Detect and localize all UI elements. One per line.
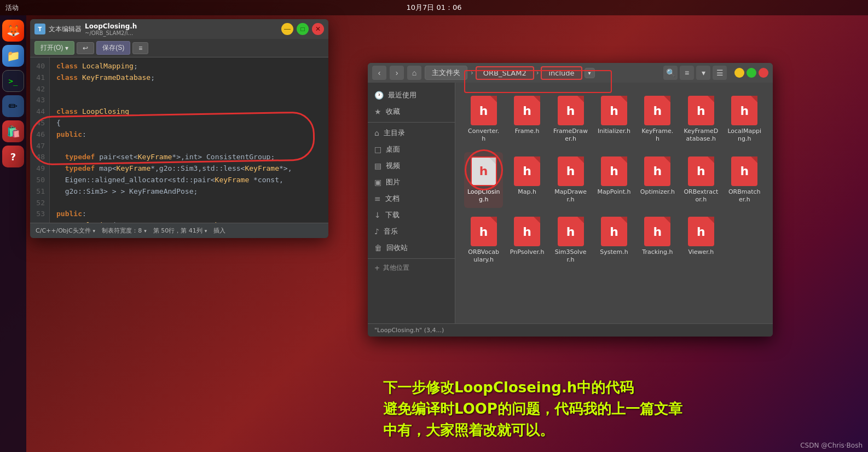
sidebar-music[interactable]: ♪ 音乐 [368, 223, 455, 240]
sidebar-recent[interactable]: 🕐 最近使用 [368, 87, 455, 103]
file-localmapping-h[interactable]: h LocalMapping.h [725, 91, 764, 148]
file-name: Viewer.h [688, 248, 714, 256]
home-label: 主目录 [384, 128, 405, 138]
dock-help[interactable]: ? [2, 146, 24, 167]
sidebar-videos[interactable]: ▤ 视频 [368, 158, 455, 174]
file-frame-h[interactable]: h Frame.h [507, 91, 546, 148]
file-mappoint-h[interactable]: h MapPoint.h [594, 152, 633, 208]
downloads-icon: ↓ [374, 211, 381, 219]
h-icon: h [731, 96, 757, 125]
position-indicator[interactable]: 第 50行，第 41列 ▾ [153, 227, 207, 235]
sidebar-pictures[interactable]: ▣ 图片 [368, 174, 455, 190]
open-button[interactable]: 打开(O) ▾ [34, 41, 74, 55]
file-name: MapDrawer.h [553, 188, 588, 204]
fm-forward-button[interactable]: › [390, 66, 404, 80]
dock-firefox[interactable]: 🦊 [2, 20, 24, 42]
dock-software[interactable]: 🛍️ [2, 120, 24, 142]
editor-title-group: LoopClosing.h ~/ORB_SLAM2/i... [85, 22, 278, 36]
file-tracking-h[interactable]: h Tracking.h [638, 212, 677, 269]
fm-bread-orbslam2[interactable]: ORB_SLAM2 [476, 66, 534, 80]
file-optimizer-h[interactable]: h Optimizer.h [638, 152, 677, 208]
menu-button[interactable]: ≡ [132, 42, 148, 54]
fm-titlebar: ‹ › ⌂ 主文件夹 › ORB_SLAM2 › include ▾ 🔍 ≡ ▾… [368, 63, 773, 83]
file-loopclosing-h[interactable]: h LoopClosing.h [464, 152, 503, 208]
fm-file-grid: h Converter.h h Frame.h h FrameDrawer.h … [455, 83, 773, 323]
pictures-icon: ▣ [374, 178, 381, 187]
history-button[interactable]: ↩ [77, 42, 94, 54]
h-icon-selected: h [471, 157, 497, 186]
file-orbmatcher-h[interactable]: h ORBmatcher.h [725, 152, 764, 208]
file-pnpsolver-h[interactable]: h PnPsolver.h [507, 212, 546, 269]
dock-terminal[interactable]: >_ [2, 70, 24, 92]
fm-menu-button[interactable]: ☰ [713, 66, 727, 80]
downloads-label: 下载 [385, 210, 400, 220]
fm-maximize-button[interactable] [747, 68, 756, 78]
file-system-h[interactable]: h System.h [594, 212, 633, 269]
file-name: KeyFrame.h [640, 128, 675, 143]
editor-minimize-button[interactable]: — [281, 23, 293, 35]
fm-bread-include[interactable]: include [541, 66, 582, 80]
fm-back-button[interactable]: ‹ [372, 66, 386, 80]
save-button[interactable]: 保存(S) [96, 41, 130, 55]
h-icon: h [688, 217, 714, 246]
videos-label: 视频 [386, 161, 400, 171]
editor-close-button[interactable]: ✕ [312, 23, 324, 35]
tab-width-selector[interactable]: 制表符宽度：8 ▾ [102, 227, 147, 235]
file-keyframedatabase-h[interactable]: h KeyFrameDatabase.h [681, 91, 720, 148]
other-label: 其他位置 [383, 263, 409, 273]
editor-window: T 文本编辑器 LoopClosing.h ~/ORB_SLAM2/i... —… [30, 19, 328, 238]
dock-editor[interactable]: ✏️ [2, 95, 24, 117]
h-icon: h [558, 217, 584, 246]
h-icon: h [558, 157, 584, 186]
file-framedrawer-h[interactable]: h FrameDrawer.h [551, 91, 590, 148]
fm-search-button[interactable]: 🔍 [663, 66, 678, 80]
file-mapdrawer-h[interactable]: h MapDrawer.h [551, 152, 590, 208]
sidebar-home[interactable]: ⌂ 主目录 [368, 125, 455, 141]
activity-label: 活动 [5, 3, 19, 13]
sidebar-documents[interactable]: ≡ 文档 [368, 190, 455, 207]
fm-home-button[interactable]: ⌂ [407, 66, 421, 80]
desktop-label: 桌面 [386, 144, 400, 154]
fm-view-dropdown-button[interactable]: ▾ [696, 66, 710, 80]
file-viewer-h[interactable]: h Viewer.h [681, 212, 720, 269]
dock: 🦊 📁 >_ ✏️ 🛍️ ? [0, 15, 26, 452]
fm-title-actions: 🔍 ≡ ▾ ☰ [663, 66, 727, 80]
file-orbvocabulary-h[interactable]: h ORBVocabulary.h [464, 212, 503, 269]
sidebar-other-locations[interactable]: + 其他位置 [368, 261, 455, 275]
dock-files[interactable]: 📁 [2, 45, 24, 67]
editor-maximize-button[interactable]: □ [297, 23, 309, 35]
file-orbextractor-h[interactable]: h ORBextractor.h [681, 152, 720, 208]
sidebar-downloads[interactable]: ↓ 下载 [368, 207, 455, 223]
trash-icon: 🗑 [374, 244, 382, 252]
filemanager-window: ‹ › ⌂ 主文件夹 › ORB_SLAM2 › include ▾ 🔍 ≡ ▾… [368, 63, 773, 337]
file-keyframe-h[interactable]: h KeyFrame.h [638, 91, 677, 148]
file-map-h[interactable]: h Map.h [507, 152, 546, 208]
fm-home-breadcrumb[interactable]: 主文件夹 [425, 66, 467, 80]
file-sim3solver-h[interactable]: h Sim3Solver.h [551, 212, 590, 269]
sidebar-trash[interactable]: 🗑 回收站 [368, 240, 455, 256]
open-dropdown-icon: ▾ [65, 44, 68, 52]
language-selector[interactable]: C/C++/ObjC头文件 ▾ [36, 227, 95, 235]
editor-toolbar: 打开(O) ▾ ↩ 保存(S) ≡ [30, 39, 328, 57]
code-content[interactable]: class LocalMapping; class KeyFrameDataba… [50, 57, 328, 223]
sidebar-desktop[interactable]: □ 桌面 [368, 141, 455, 158]
sidebar-bookmarks[interactable]: ★ 收藏 [368, 103, 455, 120]
h-icon: h [688, 96, 714, 125]
tab-width-label: 制表符宽度：8 [102, 227, 142, 235]
fm-minimize-button[interactable] [734, 68, 744, 78]
fm-status-text: "LoopClosing.h" (3,4...) [374, 327, 444, 334]
fm-close-button[interactable] [759, 68, 768, 78]
recent-label: 最近使用 [388, 90, 416, 100]
add-icon: + [374, 264, 380, 272]
top-bar: 活动 10月7日 01：06 [0, 0, 868, 15]
fm-list-view-button[interactable]: ≡ [680, 66, 694, 80]
tab-dropdown-icon: ▾ [144, 228, 147, 234]
mode-indicator[interactable]: 插入 [213, 227, 225, 235]
fm-bread-dropdown[interactable]: ▾ [585, 68, 595, 78]
file-name: LocalMapping.h [727, 128, 762, 143]
mode-label: 插入 [213, 227, 225, 235]
documents-label: 文档 [385, 194, 400, 204]
file-converter-h[interactable]: h Converter.h [464, 91, 503, 148]
file-initializer-h[interactable]: h Initializer.h [594, 91, 633, 148]
editor-titlebar: T 文本编辑器 LoopClosing.h ~/ORB_SLAM2/i... —… [30, 19, 328, 39]
